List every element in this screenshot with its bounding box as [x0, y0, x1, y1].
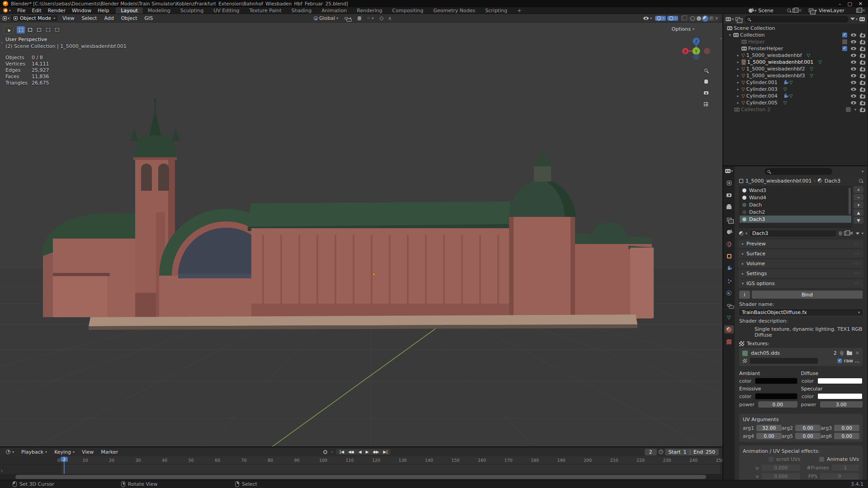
outliner-row-wiesbadenhbf3[interactable]: ▸ ▽ 1_5000_wiesbadenhbf3 ▽ — [723, 72, 867, 79]
panel-surface[interactable]: ▸Surface∷∷ — [738, 249, 863, 258]
close-button[interactable]: ✕ — [859, 1, 863, 7]
duplicate-material-icon[interactable] — [844, 231, 848, 235]
move-slot-up-button[interactable]: ▲ — [854, 209, 863, 216]
tab-view-layer[interactable] — [724, 216, 734, 224]
display-mode-dropdown[interactable]: ▾ — [736, 17, 743, 21]
breadcrumb-object[interactable]: 1_5000_wiesbadenhbf.001 — [745, 178, 812, 184]
emissive-power-field[interactable]: 0.00 — [758, 401, 797, 408]
open-texture-icon[interactable] — [847, 352, 852, 355]
v-field[interactable]: 0.000 — [761, 473, 800, 479]
specular-power-field[interactable]: 3.00 — [820, 401, 863, 408]
panel-settings[interactable]: ▸Settings∷∷ — [738, 269, 863, 278]
object-visibility-dropdown[interactable]: ▾ — [642, 16, 654, 21]
timeline-editor-type-button[interactable]: ▾ — [3, 450, 17, 454]
arg4-field[interactable]: 0.00 — [756, 433, 782, 439]
outliner-row-cylinder-004[interactable]: ▸ ▽ Cylinder.004 ▽ — [723, 93, 867, 99]
start-frame-field[interactable]: 1 — [683, 449, 686, 455]
tab-texture[interactable] — [724, 338, 734, 346]
minimize-button[interactable]: – — [839, 1, 841, 7]
hide-icon[interactable] — [851, 47, 856, 50]
viewlayer-selector[interactable]: ▾ ViewLayer ✕ — [807, 7, 868, 14]
fps-field[interactable]: 0 — [820, 473, 859, 479]
current-frame-field[interactable]: 2 — [645, 449, 657, 455]
render-visibility-icon[interactable] — [860, 68, 865, 71]
jump-to-end-button[interactable]: ▶| — [382, 450, 390, 454]
slot-wand3[interactable]: Wand3 — [740, 187, 851, 194]
menu-view[interactable]: View — [59, 15, 77, 21]
outliner-search-input[interactable] — [745, 16, 849, 23]
tab-object-data[interactable]: ▽ — [724, 313, 734, 321]
collection-checkbox[interactable] — [842, 46, 847, 51]
tab-modeling[interactable]: Modeling — [143, 7, 175, 14]
menu-edit[interactable]: Edit — [28, 7, 44, 14]
pan-tool-button[interactable] — [702, 78, 710, 85]
arg2-field[interactable]: 0.00 — [795, 425, 821, 431]
tab-sculpting[interactable]: Sculpting — [175, 7, 208, 14]
pivot-point-dropdown[interactable]: ∷▾ — [366, 16, 375, 21]
frames-field[interactable]: 1 — [832, 465, 859, 471]
xray-toggle[interactable] — [679, 16, 687, 21]
expander-icon[interactable]: ▸ — [736, 74, 740, 78]
select-intersect-tool-button[interactable] — [53, 26, 61, 33]
menu-playback[interactable]: Playback▾ — [18, 449, 50, 455]
slot-dach[interactable]: Dach — [740, 201, 851, 208]
tab-modifiers[interactable] — [724, 264, 734, 272]
shader-name-dropdown[interactable]: TrainBasicObjectDiffuse.fx▾ — [738, 308, 863, 316]
render-visibility-icon[interactable] — [860, 41, 865, 44]
render-visibility-icon[interactable] — [860, 81, 865, 85]
properties-editor-type-button[interactable]: ▾ — [725, 169, 733, 173]
outliner-row-cylinder-005[interactable]: ▸ ▽ Cylinder.005 ▽ — [723, 99, 867, 106]
hide-icon[interactable] — [851, 61, 856, 64]
animate-uvs-checkbox[interactable] — [819, 457, 824, 462]
hide-icon[interactable] — [851, 74, 856, 77]
menu-file[interactable]: File — [14, 7, 28, 14]
tweak-tool-button[interactable]: ▲ — [4, 26, 14, 34]
outliner-row-collection-2[interactable]: Collection 2 ▾ — [723, 106, 867, 113]
tab-tool[interactable] — [724, 179, 734, 187]
menu-window[interactable]: Window — [69, 7, 94, 14]
outliner-row-wiesbadenhbf2[interactable]: ▸ ▽ 1_5000_wiesbadenhbf2 ▽ — [723, 66, 867, 72]
properties-search-input[interactable] — [764, 168, 832, 175]
shading-wireframe-icon[interactable] — [690, 16, 695, 21]
slot-wand4[interactable]: Wand4 — [740, 194, 851, 201]
arg1-field[interactable]: 32.00 — [756, 425, 782, 431]
tab-output[interactable] — [724, 203, 734, 211]
tab-rendering[interactable]: Rendering — [352, 7, 387, 14]
tab-constraints[interactable] — [724, 301, 734, 309]
collection-checkbox[interactable] — [842, 39, 847, 44]
auto-keying-toggle[interactable] — [323, 450, 327, 454]
tab-material[interactable] — [724, 325, 734, 333]
camera-view-button[interactable] — [702, 89, 710, 97]
emissive-color-swatch[interactable] — [755, 393, 797, 399]
tab-shading[interactable]: Shading — [287, 7, 317, 14]
expander-icon[interactable]: ▸ — [736, 87, 740, 91]
arg5-field[interactable]: 0.00 — [795, 433, 821, 439]
playhead-frame-chip[interactable]: 2 — [61, 457, 68, 462]
menu-render[interactable]: Render — [45, 7, 69, 14]
material-slot-list[interactable]: Wand3 Wand4 Dach Dach2 Dach3 — [739, 186, 852, 228]
render-visibility-icon[interactable] — [860, 108, 865, 112]
toolbar-expand-arrow[interactable]: › — [1, 40, 3, 45]
transform-orientation-dropdown[interactable]: Global ▾ — [312, 15, 340, 22]
filter-dropdown[interactable]: ▾ — [850, 17, 858, 21]
zoom-tool-button[interactable] — [702, 66, 710, 74]
menu-help[interactable]: Help — [94, 7, 112, 14]
u-field[interactable]: 0.000 — [761, 465, 800, 471]
specular-color-swatch[interactable] — [817, 393, 863, 399]
arg3-field[interactable]: 0.00 — [834, 425, 859, 431]
unlink-material-icon[interactable]: ✕ — [849, 230, 854, 236]
scene-selector[interactable]: ▾ Scene ✕ — [746, 7, 804, 14]
timeline-ruler[interactable]: 0102030405060708090100110120130140150160… — [0, 456, 722, 465]
menu-view-timeline[interactable]: View — [79, 449, 97, 455]
properties-options-icon[interactable]: ▾ — [862, 169, 863, 174]
tab-animation[interactable]: Animation — [316, 7, 352, 14]
menu-select[interactable]: Select — [78, 15, 100, 21]
outliner-row-wiesbadenhbf-001[interactable]: ▸ ▽ 1_5000_wiesbadenhbf.001 ▽ — [723, 59, 867, 66]
tab-scripting[interactable]: Scripting — [480, 7, 512, 14]
igs-info-button[interactable]: i — [739, 291, 750, 299]
expander-icon[interactable]: ▸ — [736, 101, 740, 105]
material-browse-icon[interactable] — [739, 231, 744, 236]
menu-gis[interactable]: GIS — [142, 15, 156, 21]
outliner-row-cylinder-003[interactable]: ▸ ▽ Cylinder.003 ▽ — [723, 86, 867, 93]
texture-users-count[interactable]: 2 — [834, 350, 837, 356]
